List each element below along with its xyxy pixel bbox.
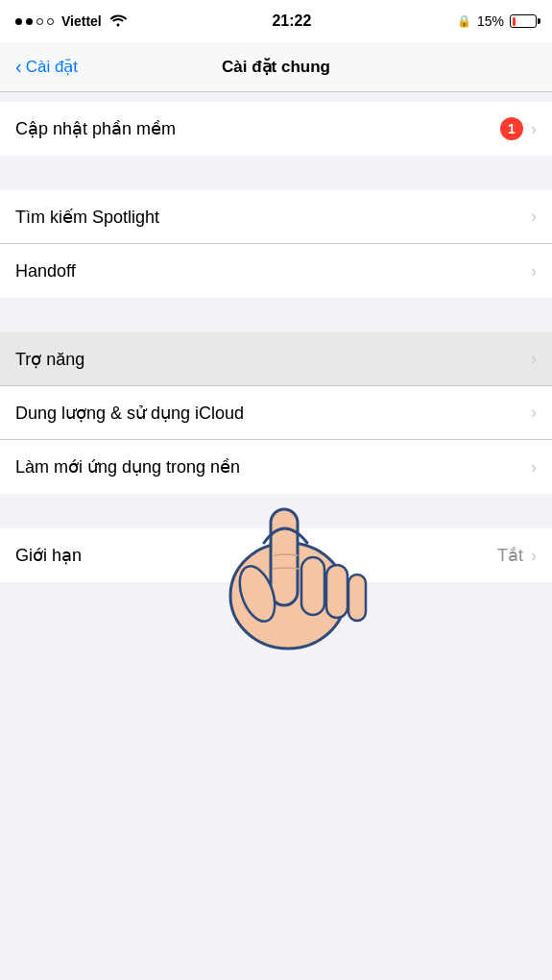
chevron-icon: › xyxy=(531,349,537,369)
handoff-label: Handoff xyxy=(15,261,76,282)
signal-dot-1 xyxy=(15,18,22,25)
page-title: Cài đặt chung xyxy=(222,57,330,77)
battery-percent: 15% xyxy=(477,13,504,29)
status-bar: Viettel 21:22 🔒 15% xyxy=(0,0,552,42)
chevron-icon: › xyxy=(531,457,537,478)
list-item-accessibility[interactable]: Trợ năng › xyxy=(0,332,552,386)
software-update-label: Cập nhật phần mềm xyxy=(15,118,176,139)
settings-content: Cập nhật phần mềm 1 › Tìm kiếm Spotlight… xyxy=(0,92,552,582)
list-item-handoff[interactable]: Handoff › xyxy=(0,244,552,298)
accessibility-label: Trợ năng xyxy=(15,349,84,370)
section-accessibility: Trợ năng › Dung lượng & sử dụng iCloud ›… xyxy=(0,332,552,494)
restrictions-value: Tắt xyxy=(497,545,523,566)
restrictions-label: Giới hạn xyxy=(15,545,82,566)
list-item-restrictions[interactable]: Giới hạn Tắt › xyxy=(0,528,552,582)
back-button[interactable]: ‹ Cài đặt xyxy=(15,57,78,77)
storage-label: Dung lượng & sử dụng iCloud xyxy=(15,403,244,424)
signal-dot-3 xyxy=(36,18,43,25)
software-update-badge: 1 xyxy=(500,117,523,140)
carrier-label: Viettel xyxy=(61,13,102,29)
chevron-icon: › xyxy=(531,119,537,139)
wifi-icon xyxy=(109,13,127,30)
lock-icon: 🔒 xyxy=(457,14,471,28)
battery-icon xyxy=(510,14,537,28)
list-item-storage[interactable]: Dung lượng & sử dụng iCloud › xyxy=(0,386,552,440)
signal-dot-4 xyxy=(47,18,54,25)
back-label: Cài đặt xyxy=(26,57,78,77)
chevron-icon: › xyxy=(531,403,537,423)
signal-dot-2 xyxy=(26,18,33,25)
gap-2 xyxy=(0,156,552,190)
gap-3 xyxy=(0,298,552,332)
chevron-icon: › xyxy=(531,207,537,227)
back-arrow-icon: ‹ xyxy=(15,57,22,76)
status-bar-left: Viettel xyxy=(15,13,127,30)
section-restrictions: Giới hạn Tắt › xyxy=(0,528,552,582)
nav-bar: ‹ Cài đặt Cài đặt chung xyxy=(0,42,552,92)
spotlight-label: Tìm kiếm Spotlight xyxy=(15,207,159,228)
section-software-update: Cập nhật phần mềm 1 › xyxy=(0,102,552,156)
list-item-software-update[interactable]: Cập nhật phần mềm 1 › xyxy=(0,102,552,156)
chevron-icon: › xyxy=(531,546,537,566)
gap-4 xyxy=(0,494,552,528)
background-refresh-label: Làm mới ứng dụng trong nền xyxy=(15,456,240,478)
list-item-spotlight[interactable]: Tìm kiếm Spotlight › xyxy=(0,190,552,244)
status-bar-right: 🔒 15% xyxy=(457,13,537,29)
chevron-icon: › xyxy=(531,261,537,282)
status-bar-time: 21:22 xyxy=(272,12,311,30)
gap-1 xyxy=(0,92,552,102)
section-spotlight-handoff: Tìm kiếm Spotlight › Handoff › xyxy=(0,190,552,298)
list-item-background-refresh[interactable]: Làm mới ứng dụng trong nền › xyxy=(0,440,552,494)
